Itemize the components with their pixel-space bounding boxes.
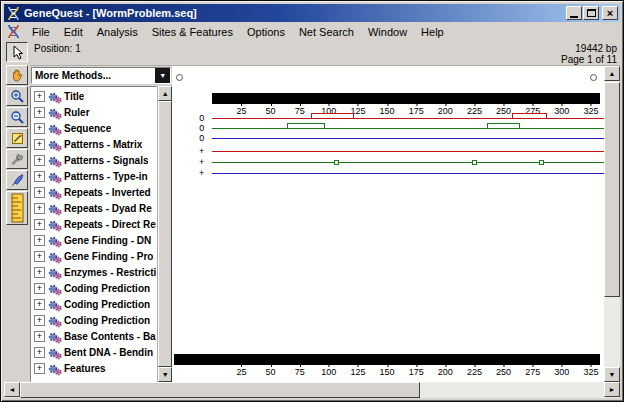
menu-item-edit[interactable]: Edit (57, 24, 90, 40)
menu-item-file[interactable]: File (25, 24, 57, 40)
expand-plus-icon[interactable]: + (34, 155, 45, 166)
expand-plus-icon[interactable]: + (34, 363, 45, 374)
document-helix-icon[interactable] (6, 24, 21, 39)
scroll-up-button[interactable]: ▲ (604, 66, 620, 81)
tree-item[interactable]: +Gene Finding - Pro (31, 248, 156, 264)
pen-tool-button[interactable] (6, 170, 28, 190)
track-site-marker[interactable] (472, 160, 477, 165)
sequence-canvas[interactable]: 255075100125150175200225250275300325350 … (172, 66, 604, 382)
track-feature-segment[interactable] (311, 113, 354, 118)
menu-item-net-search[interactable]: Net Search (292, 24, 361, 40)
tree-item[interactable]: +Coding Prediction (31, 296, 156, 312)
track-line[interactable] (212, 173, 604, 174)
expand-plus-icon[interactable]: + (34, 123, 45, 134)
scroll-down-button[interactable]: ▼ (604, 367, 620, 382)
expand-plus-icon[interactable]: + (34, 187, 45, 198)
chevron-down-icon: ▼ (159, 72, 166, 79)
tree-item[interactable]: +Sequence (31, 120, 156, 136)
tree-item[interactable]: +Enzymes - Restricti (31, 264, 156, 280)
tree-item[interactable]: +Repeats - Direct Re (31, 216, 156, 232)
minimize-button[interactable] (566, 6, 582, 20)
expand-plus-icon[interactable]: + (34, 139, 45, 150)
zoom-out-icon (10, 110, 25, 125)
menu-item-options[interactable]: Options (240, 24, 292, 40)
method-gears-icon (48, 170, 62, 182)
track-feature-segment[interactable] (287, 123, 325, 128)
scroll-left-button[interactable]: ◄ (4, 382, 20, 397)
vertical-scrollbar[interactable]: ▲ ▼ (604, 66, 620, 382)
track-line[interactable] (212, 162, 604, 163)
expand-plus-icon[interactable]: + (34, 283, 45, 294)
menu-item-window[interactable]: Window (361, 24, 414, 40)
more-methods-dropdown[interactable]: More Methods... ▼ (31, 67, 171, 84)
expand-plus-icon[interactable]: + (34, 91, 45, 102)
tree-scrollbar[interactable]: ▲ ▼ (157, 86, 172, 382)
tree-item[interactable]: +Title (31, 88, 156, 104)
close-button[interactable]: × (602, 6, 618, 20)
horizontal-scroll-track[interactable] (420, 382, 604, 398)
expand-plus-icon[interactable]: + (34, 219, 45, 230)
ruler-icon (11, 193, 24, 223)
track-feature-segment[interactable] (512, 113, 547, 118)
tree-item[interactable]: +Patterns - Matrix (31, 136, 156, 152)
tree-item[interactable]: +Bent DNA - Bendin (31, 344, 156, 360)
track-line[interactable] (212, 128, 604, 129)
tree-item[interactable]: +Base Contents - Ba (31, 328, 156, 344)
ruler-tool-button[interactable] (6, 191, 28, 225)
tree-item[interactable]: +Repeats - Inverted (31, 184, 156, 200)
expand-plus-icon[interactable]: + (34, 171, 45, 182)
horizontal-scrollbar[interactable]: ◄ ► (4, 382, 620, 398)
tree-item[interactable]: +Patterns - Signals (31, 152, 156, 168)
expand-plus-icon[interactable]: + (34, 203, 45, 214)
expand-plus-icon[interactable]: + (34, 235, 45, 246)
select-arrow-button[interactable] (6, 42, 28, 62)
tree-item-label: Gene Finding - Pro (64, 251, 153, 262)
menu-bar-items: FileEditAnalysisSites & FeaturesOptionsN… (25, 24, 451, 40)
expand-plus-icon[interactable]: + (34, 251, 45, 262)
track-feature-segment[interactable] (487, 123, 520, 128)
tree-item[interactable]: +Features (31, 360, 156, 376)
tree-scroll-thumb[interactable] (158, 101, 172, 367)
vertical-scroll-thumb[interactable] (604, 82, 620, 297)
menu-item-analysis[interactable]: Analysis (90, 24, 145, 40)
zoom-out-button[interactable] (6, 107, 28, 127)
method-gears-icon (48, 122, 62, 134)
tree-item[interactable]: +Ruler (31, 104, 156, 120)
track-site-marker[interactable] (334, 160, 339, 165)
tree-item[interactable]: +Coding Prediction (31, 312, 156, 328)
split-handle-left-icon[interactable] (175, 68, 184, 86)
split-handle-right-icon[interactable] (589, 68, 598, 86)
expand-plus-icon[interactable]: + (34, 331, 45, 342)
tree-scroll-down-button[interactable]: ▼ (158, 367, 172, 382)
track-line[interactable] (212, 138, 604, 139)
hand-tool-button[interactable] (6, 65, 28, 85)
method-gears-icon (48, 202, 62, 214)
tree-item-label: Sequence (64, 123, 111, 134)
expand-plus-icon[interactable]: + (34, 107, 45, 118)
track-site-marker[interactable] (539, 160, 544, 165)
expand-plus-icon[interactable]: + (34, 347, 45, 358)
tree-scroll-up-button[interactable]: ▲ (158, 86, 172, 101)
horizontal-scroll-thumb[interactable] (20, 382, 420, 398)
maximize-button[interactable] (583, 6, 599, 20)
expand-plus-icon[interactable]: + (34, 267, 45, 278)
wrench-tool-button[interactable] (6, 149, 28, 169)
method-gears-icon (48, 282, 62, 294)
menu-item-sites-features[interactable]: Sites & Features (145, 24, 240, 40)
zoom-in-button[interactable] (6, 86, 28, 106)
scroll-right-button[interactable]: ► (604, 382, 620, 397)
expand-plus-icon[interactable]: + (34, 299, 45, 310)
ruler-tick-label: 150 (380, 106, 395, 116)
tree-item[interactable]: +Gene Finding - DN (31, 232, 156, 248)
window-body: Position: 1 19442 bp Page 1 of 11 More M… (4, 41, 620, 382)
tree-item[interactable]: +Coding Prediction (31, 280, 156, 296)
track-line[interactable] (212, 151, 604, 152)
tree-item[interactable]: +Repeats - Dyad Re (31, 200, 156, 216)
tree-item[interactable]: +Patterns - Type-in (31, 168, 156, 184)
dropdown-button[interactable]: ▼ (155, 68, 170, 83)
expand-plus-icon[interactable]: + (34, 315, 45, 326)
note-tool-button[interactable] (6, 128, 28, 148)
track-line[interactable] (212, 118, 604, 119)
menu-item-help[interactable]: Help (414, 24, 451, 40)
tree-item-label: Repeats - Inverted (64, 187, 151, 198)
